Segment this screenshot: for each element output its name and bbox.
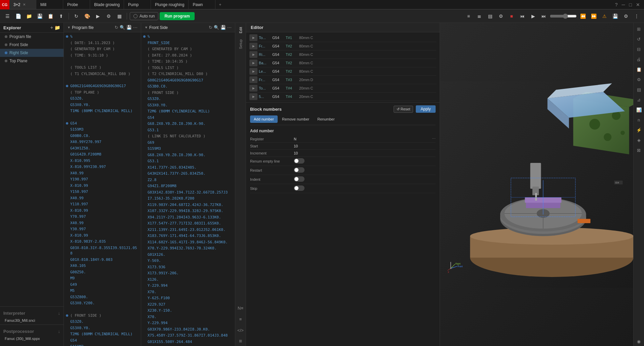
autorun-toggle[interactable]: Auto run [130, 12, 158, 20]
vtab-icon-4[interactable]: ⊞ [238, 336, 243, 346]
table-row[interactable]: ▶ Fr... G54 T#3 20mm D [249, 76, 436, 84]
vtab-edit[interactable]: Edit [237, 24, 244, 36]
tab-remove-number[interactable]: Remove number [278, 115, 313, 123]
save2-icon[interactable]: 💾 [610, 11, 620, 21]
postprocessor-download-icon[interactable]: ↓ [58, 329, 61, 334]
front-side-code[interactable]: %FRONT_SIDE( GENERATED BY CAM )( DATE: 2… [141, 32, 235, 346]
renum-empty-switch[interactable] [294, 158, 305, 164]
table-row[interactable]: ▶ To... G54 T#4 20mm C [249, 84, 436, 93]
sidebar-item-front-side[interactable]: Front Side [0, 41, 64, 49]
increment-input[interactable]: 10 [294, 151, 314, 155]
tab-blade[interactable]: Blade growing [90, 0, 124, 9]
grid-button[interactable]: ▦ [115, 11, 124, 21]
rbar-btn-6[interactable]: ⚙ [634, 75, 644, 84]
play-icon[interactable]: ▶ [528, 11, 538, 21]
help-icon[interactable]: ? [614, 1, 619, 8]
speed-slider[interactable] [550, 13, 577, 19]
restart-switch[interactable] [294, 167, 305, 173]
skip-switch[interactable] [294, 185, 305, 191]
more-icon[interactable]: ⋯ [133, 25, 137, 30]
table-row[interactable]: ▶ To... G54 T#1 80mm C [249, 34, 436, 42]
tab-3plus2[interactable]: 3+2 ✕ [9, 0, 36, 9]
table-row[interactable]: ▶ Ba... G54 T#2 80mm C [249, 59, 436, 67]
sidebar-item-program-file[interactable]: Program file [0, 33, 64, 41]
table-row[interactable]: ▶ Ri... G54 T#2 80mm C [249, 50, 436, 59]
rbar-btn-13[interactable]: ⊠ [634, 145, 644, 155]
tab-plunge[interactable]: Plunge roughing [151, 0, 189, 9]
vtab-setup[interactable]: Setup [237, 37, 244, 52]
rbar-btn-2[interactable]: ↺ [634, 34, 644, 44]
rbar-btn-5[interactable]: 📋 [634, 65, 644, 74]
rbar-btn-8[interactable]: ⊿ [634, 95, 644, 104]
menu-button[interactable]: ☰ [3, 11, 12, 21]
save-as-button[interactable]: 📋 [46, 11, 55, 21]
export-button[interactable]: ⬆ [56, 11, 66, 21]
save-icon[interactable]: 💾 [220, 25, 226, 30]
reset-button[interactable]: ↺ Reset [394, 106, 413, 113]
rbar-btn-9[interactable]: 📊 [634, 105, 644, 114]
table-row[interactable]: ▶ Le... G54 T#2 80mm C [249, 67, 436, 76]
vtab-icon-2[interactable]: ≡ [238, 314, 243, 324]
warning-icon[interactable]: ⚠ [600, 11, 609, 21]
settings-button[interactable]: ⚙ [104, 11, 113, 21]
settings2-icon[interactable]: ⚙ [496, 11, 506, 21]
tab-close[interactable]: ✕ [23, 3, 26, 6]
settings3-icon[interactable]: ⚙ [621, 11, 631, 21]
rbar-btn-12[interactable]: ◈ [634, 135, 644, 145]
rbar-btn-bottom-1[interactable]: ◉ [634, 337, 644, 346]
simulate-button[interactable]: ▶ [93, 11, 103, 21]
rbar-btn-3[interactable]: ⊟ [634, 44, 644, 54]
more-icon[interactable]: ⋯ [227, 25, 232, 30]
new-file-button[interactable]: 📄 [13, 11, 23, 21]
table-row[interactable]: ▶ 5... G54 T#4 20mm C [249, 93, 436, 101]
indent-switch[interactable] [294, 176, 305, 182]
run-program-button[interactable]: Run program [160, 12, 194, 20]
maximize-icon[interactable]: □ [628, 1, 633, 8]
start-input[interactable]: 10 [294, 144, 314, 148]
3d-viewport[interactable]: G54 Front Right X [440, 23, 634, 346]
vtab-icon-3[interactable]: </> [236, 325, 245, 336]
panel-expand-icon[interactable]: ▼ [67, 26, 71, 29]
start-value[interactable]: 10 [294, 144, 436, 148]
tab-probe[interactable]: Probe [63, 0, 90, 9]
panel-expand-icon[interactable]: ▼ [145, 26, 148, 29]
add-tab-button[interactable]: + [215, 0, 225, 9]
save-button[interactable]: 💾 [35, 11, 44, 21]
save-icon[interactable]: 💾 [126, 25, 132, 30]
rbar-btn-11[interactable]: ⚡ [634, 125, 644, 135]
colors-button[interactable]: 🎨 [82, 11, 92, 21]
tab-pawn[interactable]: Pawn [189, 0, 215, 9]
stop-icon[interactable]: ■ [507, 11, 516, 21]
speed-up-icon[interactable]: ⏩ [589, 11, 598, 21]
sidebar-item-right-side[interactable]: Right Side [0, 49, 64, 57]
interpreter-download-icon[interactable]: ↓ [58, 311, 61, 316]
add-item-icon[interactable]: + [50, 25, 53, 30]
open-file-button[interactable]: 📁 [24, 11, 34, 21]
refresh-button[interactable]: ↻ [72, 11, 81, 21]
close-icon[interactable]: ✕ [635, 1, 641, 8]
folder-icon[interactable]: 📁 [54, 25, 60, 30]
rbar-btn-10[interactable]: n [634, 115, 644, 125]
align-left-icon[interactable]: ≡ [464, 11, 473, 21]
speed-down-icon[interactable]: ⏪ [578, 11, 588, 21]
rbar-btn-7[interactable]: ▤ [634, 85, 644, 94]
search-icon[interactable]: 🔍 [214, 25, 219, 30]
indent-toggle[interactable] [294, 176, 436, 182]
view-icon[interactable]: ▤ [485, 11, 495, 21]
skip-forward-icon[interactable]: ⏭ [539, 11, 549, 21]
tab-renumber[interactable]: Renumber [314, 115, 338, 123]
increment-value[interactable]: 10 [294, 151, 436, 155]
search-icon[interactable]: 🔍 [120, 25, 125, 30]
renum-empty-toggle[interactable] [294, 158, 436, 164]
sidebar-item-top-plane[interactable]: Top Plane [0, 57, 64, 65]
register-more[interactable]: ⋯ [432, 137, 436, 141]
restart-toggle[interactable] [294, 167, 436, 173]
refresh-icon[interactable]: ↻ [115, 25, 118, 30]
skip-back-icon[interactable]: ⏮ [518, 11, 527, 21]
refresh-icon[interactable]: ↻ [209, 25, 212, 30]
skip-toggle[interactable] [294, 185, 436, 192]
table-row[interactable]: ▶ Fr... G54 T#2 80mm C [249, 42, 436, 50]
program-file-code[interactable]: %( DATE: 14.11.2023 )( GENERATED BY CAM … [64, 32, 141, 346]
rbar-btn-1[interactable]: ⊞ [634, 24, 644, 34]
more-icon[interactable]: ⋮ [632, 11, 641, 21]
